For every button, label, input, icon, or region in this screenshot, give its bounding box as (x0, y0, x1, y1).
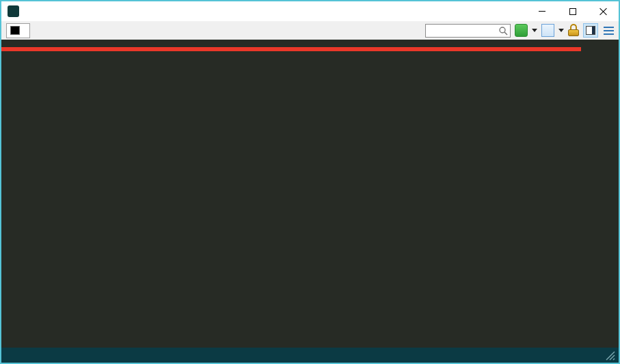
titlebar (1, 1, 619, 21)
minimize-button[interactable] (526, 1, 557, 21)
conemu-window (0, 0, 620, 364)
close-icon (599, 8, 607, 15)
search-input[interactable] (428, 26, 498, 36)
conemu-logo-icon (8, 5, 19, 17)
window-list-chevron-down-icon[interactable] (558, 29, 564, 32)
search-box (425, 24, 511, 38)
view-toggle-button[interactable] (583, 23, 598, 38)
tab-bar (1, 21, 619, 40)
close-button[interactable] (588, 1, 619, 21)
minimize-icon (539, 11, 545, 12)
maximize-icon (569, 8, 576, 15)
hex-dump-highlight-frame (1, 47, 581, 51)
menu-button[interactable] (602, 25, 615, 36)
new-console-button[interactable] (515, 24, 528, 37)
new-console-chevron-down-icon[interactable] (532, 29, 537, 32)
window-controls (526, 1, 619, 21)
search-icon (498, 26, 508, 36)
toolbar (425, 23, 619, 38)
cmd-icon (10, 26, 20, 35)
console-output[interactable] (1, 40, 619, 348)
tab-cmd-qemu[interactable] (6, 23, 30, 38)
lock-icon[interactable] (568, 24, 579, 37)
lock-body (568, 29, 579, 36)
resize-grip[interactable] (604, 349, 616, 361)
console-panel-icon (586, 26, 595, 35)
maximize-button[interactable] (557, 1, 588, 21)
window-list-button[interactable] (541, 24, 554, 37)
status-bar (1, 348, 619, 363)
